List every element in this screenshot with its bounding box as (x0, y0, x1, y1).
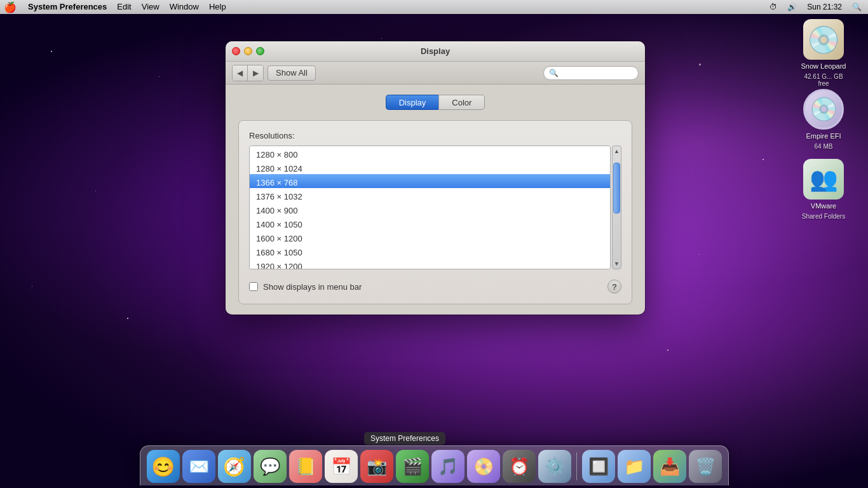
search-input[interactable] (561, 69, 633, 78)
display-preferences-window: Display ◀ ▶ Show All 🔍 Display Color Res… (226, 41, 645, 315)
resolutions-heading: Resolutions: (249, 131, 621, 140)
show-displays-label[interactable]: Show displays in menu bar (263, 282, 362, 292)
resolution-item[interactable]: 1280 × 1024 (250, 160, 610, 174)
close-button[interactable] (232, 47, 240, 55)
desktop-icon-empire-efi[interactable]: 💿 Empire EFI 64 MB (798, 89, 849, 151)
time-machine-menubar-icon[interactable]: ⏱ (767, 3, 780, 11)
sysprefs-icon: ⚙️ (538, 450, 571, 483)
safari-icon: 🧭 (218, 450, 251, 483)
ical-icon: 📅 (325, 450, 358, 483)
dock-container: 😊 Finder ✉️ Mail 🧭 Safari 💬 iChat 📒 Addr… (0, 445, 868, 488)
menu-edit[interactable]: Edit (112, 0, 136, 14)
itunes-icon: 🎵 (431, 450, 465, 483)
menu-view[interactable]: View (137, 0, 165, 14)
snow-leopard-icon: 💿 (803, 19, 844, 60)
window-titlebar: Display (226, 41, 645, 62)
window-title: Display (421, 46, 450, 56)
resolution-item[interactable]: 868 × 488 (250, 174, 610, 188)
scroll-track (613, 156, 621, 259)
vmware-icon: 👥 (803, 159, 844, 200)
photobooth-icon: 📸 (360, 450, 393, 483)
dock-separator (576, 452, 577, 480)
resolution-item[interactable]: 1680 × 1050 (250, 244, 610, 258)
dock-item-finder[interactable]: 😊 Finder (147, 450, 180, 483)
tab-switcher: Display Color (238, 95, 632, 110)
search-box: 🔍 (543, 66, 639, 80)
help-button[interactable]: ? (607, 280, 621, 294)
resolution-item[interactable]: 1280 × 800 (250, 146, 610, 160)
volume-menubar-icon[interactable]: 🔊 (785, 3, 799, 11)
folder-icon: 📁 (618, 450, 651, 483)
vmware-sublabel: Shared Folders (799, 212, 848, 220)
dock-item-facetime[interactable]: 🎬 iChat (396, 450, 429, 483)
dock-item-itunes[interactable]: 🎵 iTunes (431, 450, 465, 483)
menu-window[interactable]: Window (165, 0, 204, 14)
desktop-icon-snow-leopard[interactable]: 💿 Snow Leopard 42.61 G... GB free (798, 19, 849, 88)
facetime-icon: 🎬 (396, 450, 429, 483)
maximize-button[interactable] (256, 47, 264, 55)
window-toolbar: ◀ ▶ Show All 🔍 (226, 62, 645, 85)
menu-system-preferences[interactable]: System Preferences (23, 0, 112, 14)
resolution-item[interactable]: 1400 × 900 (250, 202, 610, 216)
show-displays-checkbox[interactable] (249, 282, 258, 291)
snow-leopard-size: 42.61 G... GB free (798, 72, 849, 88)
dock-item-addressbook[interactable]: 📒 Address Book (289, 450, 322, 483)
dock-item-timemachine[interactable]: ⏰ Time Machine (503, 450, 536, 483)
finder-icon: 😊 (147, 450, 180, 483)
display-tab[interactable]: Display (386, 95, 439, 110)
dock: 😊 Finder ✉️ Mail 🧭 Safari 💬 iChat 📒 Addr… (140, 445, 729, 485)
addressbook-icon: 📒 (289, 450, 322, 483)
dock-item-safari[interactable]: 🧭 Safari (218, 450, 251, 483)
scroll-down-arrow[interactable]: ▼ (612, 259, 621, 269)
dock-item-dvd[interactable]: 📀 DVD Player (467, 450, 500, 483)
empire-efi-label: Empire EFI (803, 132, 843, 140)
show-all-button[interactable]: Show All (268, 65, 316, 81)
spotlight-search-icon[interactable]: 🔍 (850, 3, 864, 11)
dock-item-trash[interactable]: 🗑️ Trash (689, 450, 722, 483)
dock-item-mail[interactable]: ✉️ Mail (182, 450, 215, 483)
dock-item-photobooth[interactable]: 📸 Photo Booth (360, 450, 393, 483)
clock: Sun 21:32 (804, 3, 844, 11)
back-button[interactable]: ◀ (233, 65, 248, 81)
empire-efi-size: 64 MB (812, 142, 836, 151)
window-content: Display Color Resolutions: 1280 × 800128… (226, 85, 645, 315)
vmware-label: VMware (808, 201, 839, 210)
menubar: 🍎 System Preferences Edit View Window He… (0, 0, 868, 14)
resolution-list[interactable]: 1280 × 8001280 × 10241366 × 7681376 × 10… (249, 146, 611, 269)
dvd-icon: 📀 (467, 450, 500, 483)
desktop-icon-vmware[interactable]: 👥 VMware Shared Folders (798, 159, 849, 220)
search-icon: 🔍 (549, 69, 559, 78)
resolution-item[interactable]: 1376 × 1032 (250, 188, 610, 202)
minimize-button[interactable] (244, 47, 252, 55)
display-panel: Resolutions: 1280 × 8001280 × 10241366 ×… (238, 120, 632, 304)
dock-item-downloads[interactable]: 📥 Downloads (653, 450, 686, 483)
menubar-right: ⏱ 🔊 Sun 21:32 🔍 (767, 3, 864, 11)
dock-item-applications[interactable]: 🔲 Applications (582, 450, 615, 483)
downloads-icon: 📥 (653, 450, 686, 483)
ichat-icon: 💬 (254, 450, 287, 483)
trash-icon: 🗑️ (689, 450, 722, 483)
dock-item-ichat[interactable]: 💬 iChat (254, 450, 287, 483)
color-tab[interactable]: Color (438, 95, 485, 110)
traffic-lights (232, 47, 264, 55)
resolution-item[interactable]: 1400 × 1050 (250, 216, 610, 230)
empire-efi-icon: 💿 (803, 89, 844, 130)
resolution-item[interactable]: 1920 × 1200 (250, 258, 610, 269)
resolution-item[interactable]: 1600 × 1200 (250, 230, 610, 244)
dock-item-folder[interactable]: 📁 Folder (618, 450, 651, 483)
dock-item-ical[interactable]: 📅 iCal (325, 450, 358, 483)
mail-icon: ✉️ (182, 450, 215, 483)
applications-folder-icon: 🔲 (582, 450, 615, 483)
scroll-up-arrow[interactable]: ▲ (612, 146, 621, 156)
scrollbar[interactable]: ▲ ▼ (612, 146, 621, 269)
resolution-list-container: 1280 × 8001280 × 10241366 × 7681376 × 10… (249, 146, 621, 269)
dock-item-sysprefs[interactable]: ⚙️ System Preferences (538, 450, 571, 483)
snow-leopard-label: Snow Leopard (799, 62, 849, 71)
apple-menu[interactable]: 🍎 (4, 1, 17, 13)
forward-button[interactable]: ▶ (248, 65, 263, 81)
timemachine-icon: ⏰ (503, 450, 536, 483)
nav-buttons: ◀ ▶ (232, 65, 264, 81)
show-displays-row: Show displays in menu bar ? (249, 280, 621, 294)
scroll-thumb[interactable] (613, 163, 620, 214)
menu-help[interactable]: Help (204, 0, 231, 14)
